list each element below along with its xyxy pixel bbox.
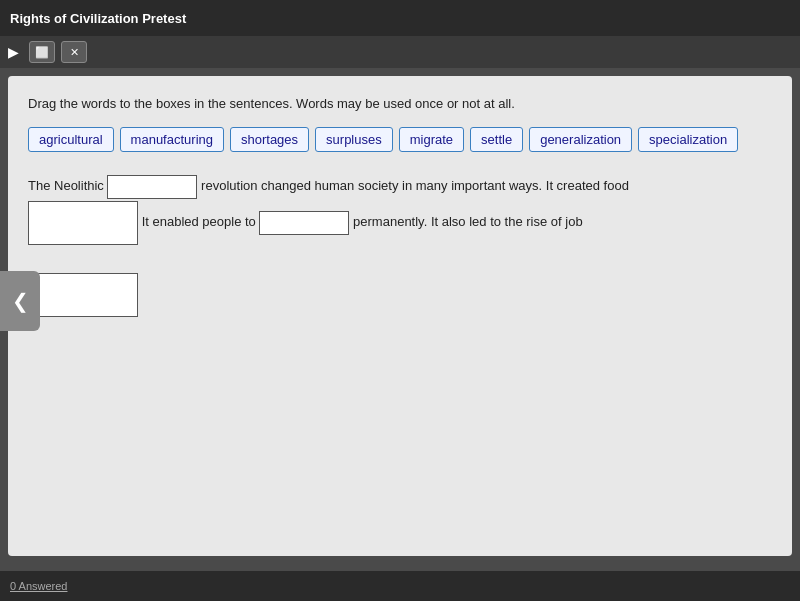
drop-box-1[interactable] [107, 175, 197, 199]
cursor-icon: ▶ [8, 44, 19, 60]
word-bank: agricultural manufacturing shortages sur… [28, 127, 772, 152]
sentence-line2-middle: It enabled people to [142, 214, 260, 229]
sentence-area: The Neolithic revolution changed human s… [28, 172, 772, 317]
sentence-line2-after: permanently. It also led to the rise of … [353, 214, 583, 229]
left-arrow-icon: ❮ [12, 289, 29, 313]
word-settle[interactable]: settle [470, 127, 523, 152]
bottom-bar: 0 Answered [0, 571, 800, 601]
toolbar: ▶ ⬜ ✕ [0, 36, 800, 68]
word-manufacturing[interactable]: manufacturing [120, 127, 224, 152]
sentence-line1-before: The Neolithic [28, 178, 107, 193]
word-agricultural[interactable]: agricultural [28, 127, 114, 152]
word-migrate[interactable]: migrate [399, 127, 464, 152]
drop-box-4[interactable] [28, 273, 138, 317]
word-specialization[interactable]: specialization [638, 127, 738, 152]
drop-box-2[interactable] [28, 201, 138, 245]
title-bar: Rights of Civilization Pretest [0, 0, 800, 36]
word-shortages[interactable]: shortages [230, 127, 309, 152]
sentence-line1-after: revolution changed human society in many… [201, 178, 629, 193]
word-surpluses[interactable]: surpluses [315, 127, 393, 152]
back-button[interactable]: ⬜ [29, 41, 55, 63]
title-text: Rights of Civilization Pretest [10, 11, 790, 26]
main-content: Drag the words to the boxes in the sente… [8, 76, 792, 556]
drop-box-3[interactable] [259, 211, 349, 235]
word-generalization[interactable]: generalization [529, 127, 632, 152]
close-button[interactable]: ✕ [61, 41, 87, 63]
nav-arrow-left[interactable]: ❮ [0, 271, 40, 331]
answered-text: 0 Answered [10, 580, 67, 592]
instructions-text: Drag the words to the boxes in the sente… [28, 96, 772, 111]
